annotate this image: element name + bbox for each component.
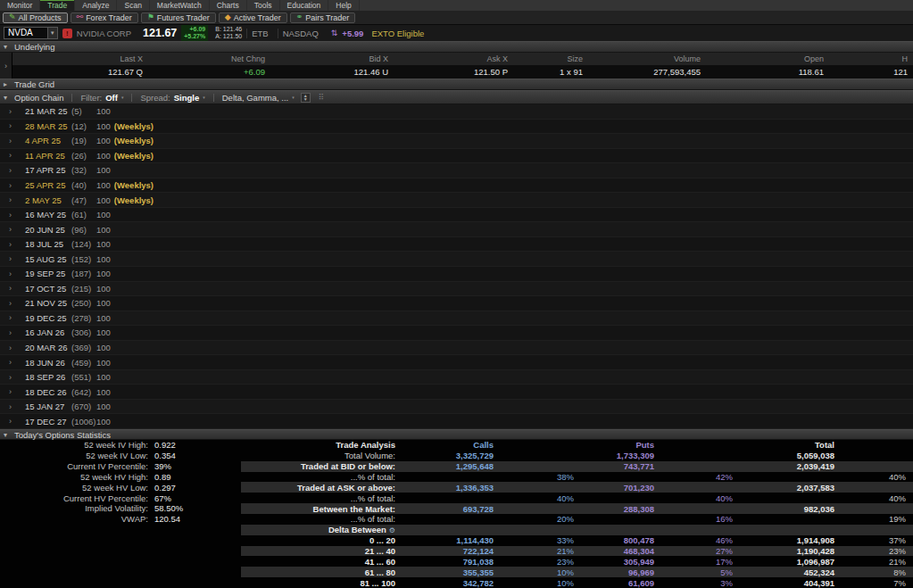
- expiration-row-19-sep-25[interactable]: ›19 SEP 25(187)100: [0, 267, 913, 282]
- chevron-right-icon: ›: [9, 195, 16, 204]
- expiration-multiplier: 100: [96, 358, 111, 368]
- expiration-multiplier: 100: [96, 269, 111, 278]
- stats-row-6-of-total: ...% of total:20%16%19%: [241, 514, 913, 525]
- spinner-down-icon[interactable]: ▼: [303, 97, 308, 102]
- underlying-section-bar[interactable]: ▾ Underlying: [0, 41, 913, 53]
- toolbar-button-futures-trader[interactable]: ⚑Futures Trader: [141, 12, 216, 23]
- expiration-row-11-apr-25[interactable]: ›11 APR 25(26)100(Weeklys): [0, 149, 913, 164]
- expiration-row-16-may-25[interactable]: ›16 MAY 25(61)100: [0, 208, 913, 223]
- strike-count-spinner[interactable]: ▲▼: [301, 93, 311, 103]
- expiration-row-21-mar-25[interactable]: ›21 MAR 25(5)100: [0, 104, 913, 120]
- menu-item-analyze[interactable]: Analyze: [75, 0, 117, 11]
- symbol-dropdown-button[interactable]: ▼: [47, 28, 57, 38]
- total-volume: 1,914,908: [737, 535, 839, 545]
- expiration-row-17-dec-27[interactable]: ›17 DEC 27(1006)100: [0, 414, 913, 429]
- underlying-header-net-chng: Net Chng: [148, 53, 270, 65]
- expiration-row-17-apr-25[interactable]: ›17 APR 25(32)100: [0, 163, 913, 178]
- calls-percent: 20%: [498, 514, 578, 524]
- puts-volume: 305,949: [578, 557, 659, 567]
- trade-grid-section-bar[interactable]: ▸ Trade Grid: [0, 79, 913, 90]
- expiration-row-19-dec-25[interactable]: ›19 DEC 25(278)100: [0, 311, 913, 327]
- trading-platform-window: MonitorTradeAnalyzeScanMarketWatchCharts…: [0, 0, 913, 588]
- total-volume: 2,039,419: [737, 461, 839, 471]
- stats-row-label: 81 ... 100: [241, 578, 400, 588]
- option-chain-section-bar[interactable]: ▾ Option Chain Filter: Off ▾ Spread: Sin…: [0, 90, 913, 104]
- stats-table: Trade AnalysisCallsPutsTotalTotal Volume…: [241, 440, 913, 588]
- expiration-multiplier: 100: [96, 402, 111, 411]
- chevron-right-icon: ›: [9, 344, 16, 352]
- expiration-row-4-apr-25[interactable]: ›4 APR 25(19)100(Weeklys): [0, 134, 913, 149]
- expiration-multiplier: 100: [96, 298, 111, 308]
- expiration-multiplier: 100: [96, 343, 111, 352]
- expiration-date: 25 APR 25: [25, 180, 71, 190]
- underlying-value-ask-x: 121.50 P: [394, 65, 513, 79]
- menu-item-monitor[interactable]: Monitor: [0, 0, 40, 11]
- calls-volume: 3,325,729: [400, 451, 498, 460]
- menu-item-marketwatch[interactable]: MarketWatch: [150, 0, 210, 11]
- expiration-multiplier: 100: [96, 327, 111, 337]
- expiration-days-to-exp: (26): [71, 151, 96, 161]
- pairs-icon[interactable]: ⇅: [331, 29, 338, 37]
- gear-icon[interactable]: ⚙: [389, 526, 395, 534]
- toolbar-button-forex-trader[interactable]: ⚯Forex Trader: [71, 12, 138, 23]
- expiration-date: 2 MAY 25: [25, 195, 71, 205]
- expiration-row-17-oct-25[interactable]: ›17 OCT 25(215)100: [0, 282, 913, 297]
- spread-value-dropdown[interactable]: Single: [174, 93, 200, 103]
- menu-item-tools[interactable]: Tools: [247, 0, 280, 11]
- underlying-expander[interactable]: ›: [0, 53, 12, 79]
- expiration-row-25-apr-25[interactable]: ›25 APR 25(40)100(Weeklys): [0, 178, 913, 194]
- expiration-date: 21 NOV 25: [25, 298, 71, 308]
- expiration-date: 19 SEP 25: [25, 269, 71, 278]
- expiration-row-16-jan-26[interactable]: ›16 JAN 26(306)100: [0, 326, 913, 341]
- expiration-row-18-jul-25[interactable]: ›18 JUL 25(124)100: [0, 237, 913, 253]
- total-percent: 37%: [839, 535, 913, 545]
- stat-value: 0.297: [154, 483, 176, 493]
- stats-row-9-21-40: 21 ... 40722,12421%468,30427%1,190,42823…: [241, 546, 913, 557]
- chevron-right-icon: ›: [9, 151, 16, 160]
- underlying-header-ask-x: Ask X: [394, 53, 513, 65]
- symbol-input[interactable]: NVDA ▼: [4, 27, 58, 39]
- menu-item-education[interactable]: Education: [280, 0, 329, 11]
- menu-item-help[interactable]: Help: [328, 0, 359, 11]
- total-volume: 404,391: [737, 578, 839, 588]
- expiration-row-28-mar-25[interactable]: ›28 MAR 25(12)100(Weeklys): [0, 120, 913, 135]
- options-statistics-section-bar[interactable]: ▾ Today's Options Statistics: [0, 429, 913, 440]
- stat-value: 0.89: [154, 472, 171, 482]
- drag-handle-icon[interactable]: ⠿: [319, 93, 325, 102]
- toolbar-button-pairs-trader[interactable]: ⚭Pairs Trader: [290, 12, 356, 23]
- underlying-section-title: Underlying: [14, 42, 54, 52]
- stats-row-label: Delta Between⚙: [241, 525, 400, 534]
- expiration-row-2-may-25[interactable]: ›2 MAY 25(47)100(Weeklys): [0, 193, 913, 208]
- expiration-row-18-sep-26[interactable]: ›18 SEP 26(551)100: [0, 370, 913, 385]
- expiration-row-15-jan-27[interactable]: ›15 JAN 27(670)100: [0, 400, 913, 415]
- expiration-list: ›21 MAR 25(5)100›28 MAR 25(12)100(Weekly…: [0, 104, 913, 429]
- calls-percent: 33%: [498, 535, 578, 545]
- puts-percent: 40%: [659, 493, 737, 503]
- chevron-right-icon: ›: [9, 269, 16, 278]
- symbol-value: NVDA: [4, 28, 47, 38]
- calls-percent: 38%: [498, 472, 578, 482]
- expiration-row-21-nov-25[interactable]: ›21 NOV 25(250)100: [0, 296, 913, 311]
- chevron-down-icon: ▾: [121, 95, 124, 100]
- menu-item-scan[interactable]: Scan: [117, 0, 149, 11]
- expiration-row-20-mar-26[interactable]: ›20 MAR 26(369)100: [0, 341, 913, 356]
- columns-dropdown[interactable]: Delta, Gamma, ...: [222, 93, 288, 103]
- expiration-row-20-jun-25[interactable]: ›20 JUN 25(96)100: [0, 222, 913, 237]
- toolbar-button-active-trader[interactable]: ◆Active Trader: [219, 12, 287, 23]
- chevron-right-icon: ›: [9, 181, 16, 190]
- hard-to-borrow-icon: !: [62, 29, 72, 38]
- stat-row-current-iv-percentile: Current IV Percentile:39%: [0, 461, 241, 472]
- toolbar-button-all-products[interactable]: ✎All Products: [3, 12, 68, 23]
- expiration-days-to-exp: (551): [71, 372, 96, 382]
- expiration-row-18-jun-26[interactable]: ›18 JUN 26(459)100: [0, 355, 913, 370]
- menu-item-charts[interactable]: Charts: [210, 0, 247, 11]
- expiration-row-15-aug-25[interactable]: ›15 AUG 25(152)100: [0, 252, 913, 267]
- calls-volume: 791,038: [400, 557, 498, 567]
- menu-item-trade[interactable]: Trade: [40, 0, 75, 11]
- filter-value-dropdown[interactable]: Off: [105, 93, 118, 103]
- stat-value: 58.50%: [154, 503, 183, 513]
- expiration-date: 17 DEC 27: [25, 417, 71, 427]
- calls-percent: 10%: [498, 578, 578, 588]
- expiration-days-to-exp: (642): [71, 387, 96, 397]
- expiration-row-18-dec-26[interactable]: ›18 DEC 26(642)100: [0, 385, 913, 400]
